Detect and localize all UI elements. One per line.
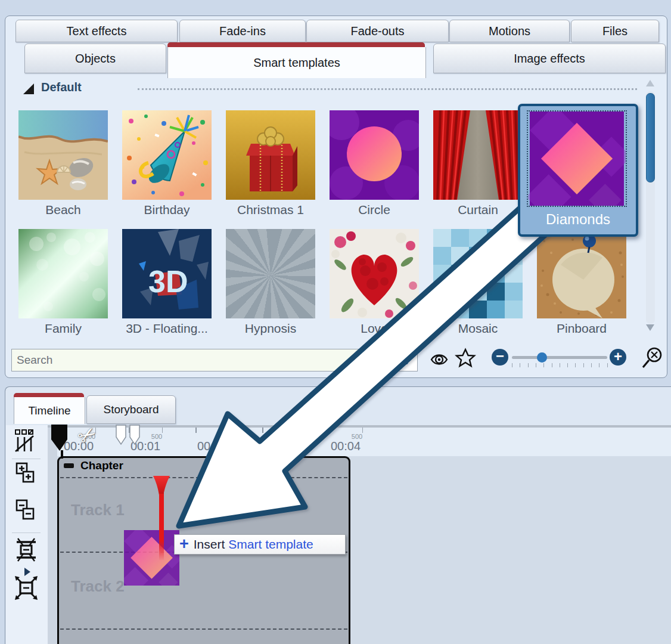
timeline-ruler[interactable]: 00:0050000:0150000:0250000:0350000:04500 (57, 428, 671, 456)
tab-fade-outs[interactable]: Fade-outs (306, 20, 449, 42)
plus-icon: + (179, 535, 189, 553)
scrollbar-down-button[interactable] (646, 324, 654, 331)
template-label: Circle (330, 203, 419, 217)
tab-files[interactable]: Files (571, 20, 659, 42)
template-tile-beach[interactable]: Beach (18, 110, 108, 217)
mosaic-cell (451, 229, 469, 247)
mosaic-cell (505, 265, 523, 283)
template-tile-curtain[interactable]: Curtain (433, 110, 523, 217)
active-tab-accent-bar (167, 42, 425, 47)
template-tile-birthday[interactable]: Birthday (122, 110, 212, 217)
template-label: Beach (18, 203, 108, 217)
tab-smart-templates[interactable]: Smart templates (167, 47, 426, 78)
reset-zoom-button[interactable] (641, 345, 664, 370)
clear-search-button[interactable]: ✕ (389, 349, 417, 371)
timeline-marker-flags[interactable] (115, 424, 144, 448)
slider-thumb[interactable] (537, 352, 547, 363)
mosaic-cell (505, 247, 523, 265)
slider-tick (512, 363, 512, 367)
tab-objects[interactable]: Objects (24, 44, 166, 73)
manual-timing-icon[interactable] (14, 429, 36, 454)
mosaic-cell (433, 283, 451, 301)
template-label: Hypnosis (226, 321, 315, 336)
slider-tick (599, 363, 599, 367)
star-icon (456, 349, 474, 366)
search-input[interactable] (15, 351, 364, 370)
ruler-tick (362, 428, 363, 433)
tab-text-effects[interactable]: Text effects (15, 20, 178, 42)
mosaic-cell (451, 283, 469, 301)
hypnosis-thumbnail (226, 229, 315, 318)
mosaic-cell (469, 247, 487, 265)
track-1-label[interactable]: Track 1 (71, 501, 125, 519)
template-tile-circle[interactable]: Circle (330, 110, 419, 217)
tab-label: Timeline (28, 404, 70, 417)
ruler-tick (296, 428, 296, 433)
ruler-tick (195, 428, 197, 433)
mosaic-cell (505, 301, 523, 318)
template-label: Diamonds (520, 211, 636, 228)
chevron-down-icon (646, 324, 654, 331)
template-tile-diamonds-selected[interactable]: Diamonds (518, 104, 638, 237)
favorites-button[interactable] (455, 348, 476, 369)
template-tile-love[interactable]: Love (330, 229, 419, 336)
template-tile-3d-floating[interactable]: 3D 3D - Floating... (122, 229, 212, 336)
tab-timeline[interactable]: Timeline (14, 397, 85, 424)
tab-label: Fade-ins (219, 24, 266, 38)
circle-thumbnail (330, 110, 419, 200)
collapse-all-tracks-icon[interactable] (15, 499, 37, 523)
mosaic-cell (433, 229, 451, 247)
zoom-timeline-fit-icon[interactable] (14, 537, 38, 564)
tab-label: Text effects (67, 24, 127, 38)
zoom-timeline-full-icon[interactable] (14, 575, 38, 600)
curtain-thumbnail (433, 110, 523, 200)
chapter-collapse-button minus-icon[interactable] (64, 463, 74, 468)
template-tile-hypnosis[interactable]: Hypnosis (226, 229, 315, 336)
template-label: Birthday (122, 203, 212, 217)
tab-image-effects[interactable]: Image effects (433, 44, 666, 73)
category-title[interactable]: Default (41, 80, 82, 94)
tab-fade-ins[interactable]: Fade-ins (179, 20, 306, 42)
thumbnail-zoom-slider[interactable] (511, 349, 611, 379)
mosaic-cell (487, 283, 505, 301)
template-tile-pinboard[interactable]: Pinboard (537, 229, 626, 336)
pinboard-thumbnail (537, 229, 626, 318)
slider-tick (543, 363, 544, 367)
zoom-out-thumbnails-button[interactable]: − (492, 349, 508, 366)
template-tile-family[interactable]: Family (18, 229, 108, 336)
svg-text:3D: 3D (148, 264, 188, 299)
toolbar-divider (12, 532, 41, 533)
ruler-tick (162, 428, 163, 433)
ruler-half-label: 500 (147, 433, 167, 440)
scrollbar-thumb[interactable] (646, 93, 655, 182)
floating-3d-thumbnail: 3D (122, 229, 212, 318)
search-field-container: ✕ (11, 349, 418, 371)
playhead-marker[interactable] (51, 424, 69, 459)
track-divider (60, 628, 347, 630)
track-2-label[interactable]: Track 2 (71, 577, 125, 596)
template-label: 3D - Floating... (122, 321, 212, 336)
ruler-half-label: 500 (280, 433, 300, 440)
mosaic-cell (451, 247, 469, 265)
category-collapse-icon[interactable] (22, 82, 35, 95)
tab-label: Objects (75, 52, 116, 66)
tab-storyboard[interactable]: Storyboard (86, 395, 176, 424)
chapter-title: Chapter (80, 459, 123, 472)
minus-icon: − (496, 349, 504, 363)
tab-motions[interactable]: Motions (449, 20, 570, 42)
template-tile-mosaic[interactable]: Mosaic (433, 229, 523, 336)
template-tile-christmas[interactable]: Christmas 1 (226, 110, 315, 217)
template-label: Pinboard (537, 321, 626, 336)
mosaic-cell (451, 265, 469, 283)
tooltip-object: Smart template (228, 537, 313, 552)
family-thumbnail (18, 229, 108, 318)
expand-all-tracks-icon[interactable] (15, 462, 37, 486)
scrollbar-up-button[interactable] (646, 80, 654, 86)
chevron-up-icon (646, 80, 654, 86)
mosaic-cell (451, 301, 469, 318)
ruler-time-label: 00:04 (327, 439, 365, 453)
zoom-in-thumbnails-button[interactable]: + (610, 349, 626, 366)
slider-track[interactable] (512, 356, 607, 359)
preview-eye-button[interactable] (430, 350, 449, 369)
category-divider (138, 88, 637, 90)
